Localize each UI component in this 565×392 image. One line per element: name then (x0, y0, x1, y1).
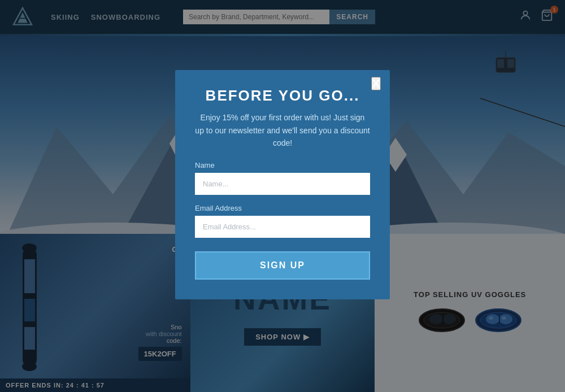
modal-close-button[interactable]: X (371, 77, 381, 90)
modal-title: BEFORE YOU GO... (195, 87, 370, 104)
email-input[interactable] (195, 216, 370, 238)
email-label: Email Address (195, 204, 370, 212)
modal-subtitle: Enjoy 15% off your first order with us! … (195, 111, 370, 149)
newsletter-modal: X BEFORE YOU GO... Enjoy 15% off your fi… (175, 70, 390, 299)
name-label: Name (195, 161, 370, 169)
email-field-group: Email Address (195, 204, 370, 238)
modal-overlay[interactable]: X BEFORE YOU GO... Enjoy 15% off your fi… (0, 0, 565, 392)
name-input[interactable] (195, 173, 370, 195)
signup-button[interactable]: SIGN UP (195, 251, 370, 280)
name-field-group: Name (195, 161, 370, 195)
